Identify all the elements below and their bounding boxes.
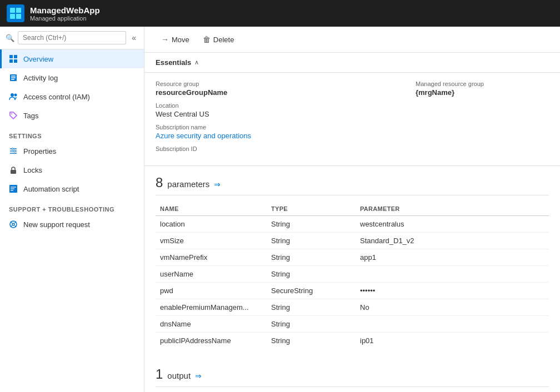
resource-group-field: Resource group resourceGroupName bbox=[156, 81, 393, 97]
support-section-label: SUPPORT + TROUBLESHOOTING bbox=[0, 198, 144, 215]
param-type-cell: String bbox=[267, 266, 356, 283]
col-header-type: TYPE bbox=[267, 202, 356, 216]
lock-icon bbox=[9, 165, 18, 174]
location-value: West Central US bbox=[156, 110, 209, 118]
sidebar-item-label: Activity log bbox=[23, 74, 58, 82]
svg-point-26 bbox=[12, 223, 14, 225]
move-button[interactable]: → Move bbox=[156, 32, 195, 47]
managed-rg-label: Managed resource group bbox=[416, 81, 549, 87]
svg-rect-5 bbox=[14, 55, 17, 58]
parameters-section: 8 parameters ⇒ NAME TYPE PARAMETER locat… bbox=[144, 166, 560, 358]
table-row: vmSize String Standard_D1_v2 bbox=[156, 233, 549, 249]
sliders-icon bbox=[9, 147, 18, 155]
subscription-id-label: Subscription ID bbox=[156, 145, 393, 152]
app-title-group: ManagedWebApp Managed application bbox=[30, 6, 100, 22]
param-value-cell: No bbox=[356, 299, 549, 316]
table-row: pwd SecureString •••••• bbox=[156, 283, 549, 299]
managed-rg-field: Managed resource group {mrgName} bbox=[416, 81, 549, 97]
sidebar-item-label: Locks bbox=[23, 166, 42, 174]
script-icon bbox=[9, 184, 18, 193]
app-subtitle: Managed application bbox=[30, 15, 100, 22]
essentials-left-col: Resource group resourceGroupName Locatio… bbox=[156, 81, 393, 158]
sidebar-item-tags[interactable]: Tags bbox=[0, 106, 144, 125]
delete-button[interactable]: 🗑 Delete bbox=[197, 32, 240, 47]
svg-rect-2 bbox=[10, 14, 15, 19]
subscription-name-field: Subscription name Azure security and ope… bbox=[156, 124, 393, 140]
param-type-cell: String bbox=[267, 299, 356, 316]
param-type-cell: String bbox=[267, 233, 356, 249]
table-row: publicIPAddressName String ip01 bbox=[156, 333, 549, 349]
param-name-cell: publicIPAddressName bbox=[156, 333, 267, 349]
subscription-id-field: Subscription ID bbox=[156, 145, 393, 152]
output-label: output bbox=[167, 371, 191, 380]
svg-rect-0 bbox=[10, 8, 15, 13]
table-row: dnsName String bbox=[156, 316, 549, 333]
output-link-icon[interactable]: ⇒ bbox=[195, 371, 202, 380]
sidebar-search-bar[interactable]: 🔍 « bbox=[0, 27, 144, 49]
sidebar-item-label: Overview bbox=[23, 55, 53, 63]
svg-rect-3 bbox=[16, 14, 21, 19]
col-header-parameter: PARAMETER bbox=[356, 202, 549, 216]
svg-rect-4 bbox=[9, 55, 13, 58]
sidebar-item-access-control[interactable]: Access control (IAM) bbox=[0, 87, 144, 106]
table-row: enablePremiumManagem... String No bbox=[156, 299, 549, 316]
parameters-table-header-row: NAME TYPE PARAMETER bbox=[156, 202, 549, 216]
sidebar-item-label: Automation script bbox=[23, 185, 79, 193]
param-value-cell: ip01 bbox=[356, 333, 549, 349]
parameters-label: parameters bbox=[167, 179, 209, 189]
search-icon: 🔍 bbox=[6, 34, 14, 42]
svg-rect-7 bbox=[14, 59, 17, 63]
param-type-cell: String bbox=[267, 216, 356, 233]
param-value-cell: westcentralus bbox=[356, 216, 549, 233]
sidebar: 🔍 « Overview bbox=[0, 27, 144, 392]
sidebar-item-label: Access control (IAM) bbox=[23, 93, 90, 101]
col-header-name: NAME bbox=[156, 202, 267, 216]
resource-group-value: resourceGroupName bbox=[156, 88, 227, 97]
parameters-table: NAME TYPE PARAMETER location String west… bbox=[156, 202, 549, 349]
main-layout: 🔍 « Overview bbox=[0, 27, 560, 392]
essentials-chevron-icon[interactable]: ∧ bbox=[194, 59, 199, 66]
svg-rect-19 bbox=[14, 150, 16, 152]
sidebar-item-locks[interactable]: Locks bbox=[0, 160, 144, 179]
svg-rect-6 bbox=[9, 59, 13, 63]
list-icon bbox=[9, 73, 18, 82]
people-icon bbox=[9, 92, 18, 101]
sidebar-item-properties[interactable]: Properties bbox=[0, 142, 144, 160]
param-name-cell: pwd bbox=[156, 283, 267, 299]
resource-group-label: Resource group bbox=[156, 81, 393, 87]
parameters-heading: 8 parameters ⇒ bbox=[156, 175, 549, 195]
support-icon bbox=[9, 220, 18, 229]
parameters-link-icon[interactable]: ⇒ bbox=[214, 180, 221, 189]
essentials-body: Resource group resourceGroupName Locatio… bbox=[144, 73, 560, 166]
param-type-cell: String bbox=[267, 333, 356, 349]
location-label: Location bbox=[156, 102, 393, 109]
sidebar-item-activity-log[interactable]: Activity log bbox=[0, 68, 144, 87]
param-type-cell: String bbox=[267, 316, 356, 333]
svg-rect-1 bbox=[16, 8, 21, 13]
essentials-right-col: Managed resource group {mrgName} bbox=[393, 81, 549, 158]
param-name-cell: userName bbox=[156, 266, 267, 283]
delete-icon: 🗑 bbox=[203, 35, 211, 44]
param-name-cell: vmNamePrefix bbox=[156, 249, 267, 266]
parameters-count: 8 bbox=[156, 175, 163, 190]
sidebar-item-new-support[interactable]: New support request bbox=[0, 215, 144, 234]
param-type-cell: SecureString bbox=[267, 283, 356, 299]
param-value-cell: Standard_D1_v2 bbox=[356, 233, 549, 249]
svg-rect-20 bbox=[11, 170, 16, 174]
settings-section-label: SETTINGS bbox=[0, 125, 144, 142]
sidebar-item-overview[interactable]: Overview bbox=[0, 49, 144, 68]
sidebar-item-automation-script[interactable]: Automation script bbox=[0, 179, 144, 198]
toolbar: → Move 🗑 Delete bbox=[144, 27, 560, 53]
sidebar-item-label: New support request bbox=[23, 220, 90, 229]
sidebar-item-label: Tags bbox=[23, 112, 38, 120]
svg-point-12 bbox=[11, 93, 14, 97]
table-row: location String westcentralus bbox=[156, 216, 549, 233]
move-icon: → bbox=[161, 35, 169, 44]
table-row: vmNamePrefix String app1 bbox=[156, 249, 549, 266]
search-input[interactable] bbox=[18, 31, 126, 44]
tag-icon bbox=[9, 111, 18, 120]
sidebar-collapse-button[interactable]: « bbox=[129, 32, 138, 43]
grid-icon bbox=[9, 54, 18, 63]
app-name: ManagedWebApp bbox=[30, 6, 100, 15]
subscription-name-link[interactable]: Azure security and operations bbox=[156, 132, 251, 140]
